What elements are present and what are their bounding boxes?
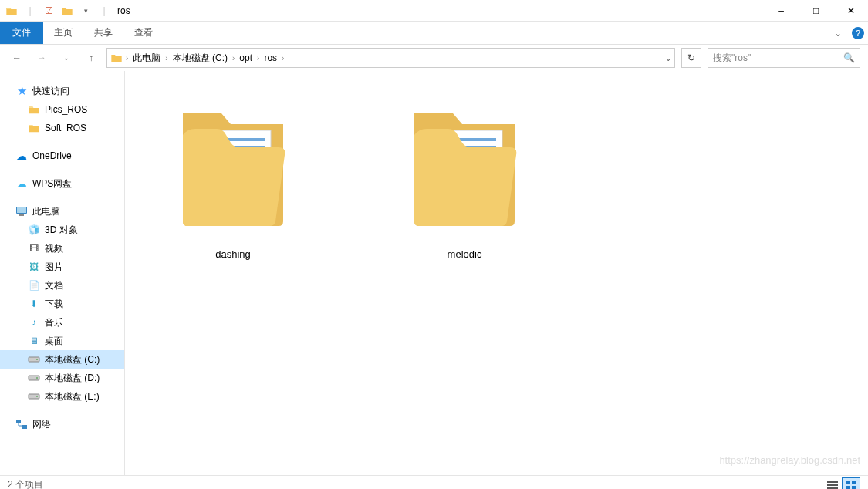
quick-access-toolbar: | ☑ ▾ | (0, 2, 113, 19)
sidebar-item-label: 图片 (45, 261, 63, 274)
sidebar-item-label: 视频 (45, 242, 63, 255)
up-button[interactable]: ↑ (82, 49, 100, 67)
download-icon: ⬇ (28, 298, 40, 310)
qat-pipe: | (96, 2, 113, 19)
tab-view[interactable]: 查看 (123, 22, 164, 44)
details-view-button[interactable] (823, 477, 842, 490)
folder-item-melodic[interactable]: melodic (380, 86, 549, 260)
file-list[interactable]: dashing melodic (125, 71, 868, 475)
crumb-ros[interactable]: ros (262, 51, 279, 65)
folder-icon (395, 86, 534, 241)
recent-locations-icon[interactable]: ⌄ (57, 49, 76, 67)
qat-properties-icon[interactable]: ☑ (40, 2, 57, 19)
folder-icon (28, 122, 40, 134)
sidebar-item-label: 本地磁盘 (D:) (45, 372, 100, 385)
chevron-right-icon[interactable]: › (232, 54, 235, 62)
maximize-button[interactable]: □ (799, 0, 833, 22)
tab-share[interactable]: 共享 (83, 22, 123, 44)
sidebar-item-文档[interactable]: 📄文档 (0, 276, 124, 295)
folder-icon (164, 86, 302, 241)
sidebar-item-label: 文档 (45, 279, 63, 292)
search-field[interactable] (713, 52, 843, 63)
sidebar-item-3D 对象[interactable]: 🧊3D 对象 (0, 221, 124, 239)
sidebar-item-label: 音乐 (45, 316, 63, 329)
sidebar-item-label: WPS网盘 (32, 177, 72, 191)
crumb-opt[interactable]: opt (238, 51, 254, 65)
sidebar-item-音乐[interactable]: ♪音乐 (0, 313, 124, 332)
drive-icon (28, 353, 40, 366)
ribbon-collapse-icon[interactable]: ⌄ (828, 28, 848, 39)
sidebar-item-本地磁盘 (E:)[interactable]: 本地磁盘 (E:) (0, 387, 124, 406)
sidebar-item-快速访问[interactable]: ★快速访问 (0, 82, 124, 100)
doc-icon: 📄 (28, 279, 40, 292)
tab-home[interactable]: 主页 (43, 22, 83, 44)
svg-rect-30 (827, 484, 838, 486)
sidebar-item-下载[interactable]: ⬇下载 (0, 295, 124, 313)
sidebar-item-WPS网盘[interactable]: ☁WPS网盘 (0, 174, 124, 193)
sidebar-item-桌面[interactable]: 🖥桌面 (0, 332, 124, 350)
breadcrumb[interactable]: › 此电脑 › 本地磁盘 (C:) › opt › ros › ⌄ (106, 48, 675, 68)
back-button[interactable]: ← (8, 49, 26, 67)
qat-dropdown-icon[interactable]: ▾ (77, 2, 94, 19)
svg-rect-31 (827, 487, 838, 489)
crumb-c[interactable]: 本地磁盘 (C:) (171, 50, 229, 66)
minimize-button[interactable]: – (764, 0, 799, 22)
svg-rect-34 (846, 486, 850, 490)
pc-icon (15, 205, 28, 218)
search-input[interactable]: 🔍 (708, 48, 860, 68)
file-tab[interactable]: 文件 (0, 22, 43, 44)
sidebar-item-label: 桌面 (45, 335, 63, 348)
window-controls: – □ ✕ (764, 0, 868, 22)
music-icon: ♪ (28, 316, 40, 329)
sidebar-item-本地磁盘 (D:)[interactable]: 本地磁盘 (D:) (0, 369, 124, 387)
help-icon[interactable]: ? (848, 27, 868, 39)
sidebar-item-label: 网络 (32, 418, 51, 431)
drive-icon (28, 372, 40, 384)
cloud-icon: ☁ (15, 177, 28, 190)
large-icons-view-button[interactable] (842, 477, 860, 490)
network-icon (15, 418, 28, 430)
forward-button[interactable]: → (32, 49, 51, 67)
qat-divider-icon: | (22, 2, 39, 19)
cloud-icon: ☁ (15, 150, 28, 162)
qat-newfolder-icon[interactable] (59, 2, 76, 19)
chevron-right-icon[interactable]: › (126, 54, 128, 62)
sidebar-item-OneDrive[interactable]: ☁OneDrive (0, 147, 124, 165)
search-icon[interactable]: 🔍 (843, 52, 855, 63)
sidebar-item-label: 3D 对象 (45, 224, 78, 237)
svg-rect-9 (16, 420, 21, 423)
sidebar-item-图片[interactable]: 🖼图片 (0, 258, 124, 276)
sidebar-item-label: 此电脑 (32, 205, 60, 218)
svg-rect-35 (852, 486, 856, 490)
sidebar-item-label: OneDrive (32, 150, 72, 161)
svg-rect-2 (19, 214, 24, 216)
sidebar-item-本地磁盘 (C:)[interactable]: 本地磁盘 (C:) (0, 350, 124, 369)
sidebar-item-Pics_ROS[interactable]: Pics_ROS (0, 100, 124, 119)
close-button[interactable]: ✕ (833, 0, 868, 22)
chevron-right-icon[interactable]: › (257, 54, 259, 62)
window-title: ros (113, 5, 130, 16)
qat-folder-icon[interactable] (3, 2, 20, 19)
sidebar-item-网络[interactable]: 网络 (0, 415, 124, 433)
sidebar-item-Soft_ROS[interactable]: Soft_ROS (0, 119, 124, 137)
sidebar-item-视频[interactable]: 🎞视频 (0, 239, 124, 258)
folder-item-dashing[interactable]: dashing (148, 86, 318, 260)
watermark: https://zhangrelay.blog.csdn.net (719, 454, 860, 466)
sidebar-item-label: 快速访问 (32, 85, 69, 98)
chevron-right-icon[interactable]: › (165, 54, 167, 62)
status-bar: 2 个项目 (0, 475, 868, 489)
title-bar: | ☑ ▾ | ros – □ ✕ (0, 0, 868, 22)
sidebar-item-label: 本地磁盘 (E:) (45, 390, 100, 403)
crumb-pc[interactable]: 此电脑 (131, 50, 162, 66)
address-dropdown-icon[interactable]: ⌄ (665, 54, 671, 62)
chevron-right-icon[interactable]: › (282, 54, 284, 62)
navigation-pane: ★快速访问Pics_ROSSoft_ROS☁OneDrive☁WPS网盘此电脑🧊… (0, 71, 125, 475)
svg-rect-33 (852, 481, 856, 484)
folder-icon (110, 52, 123, 63)
sidebar-item-此电脑[interactable]: 此电脑 (0, 202, 124, 221)
drive-icon (28, 390, 40, 403)
sidebar-item-label: 下载 (45, 298, 63, 311)
address-bar: ← → ⌄ ↑ › 此电脑 › 本地磁盘 (C:) › opt › ros › … (0, 45, 868, 71)
desktop-icon: 🖥 (28, 335, 40, 347)
refresh-button[interactable]: ↻ (681, 48, 701, 68)
